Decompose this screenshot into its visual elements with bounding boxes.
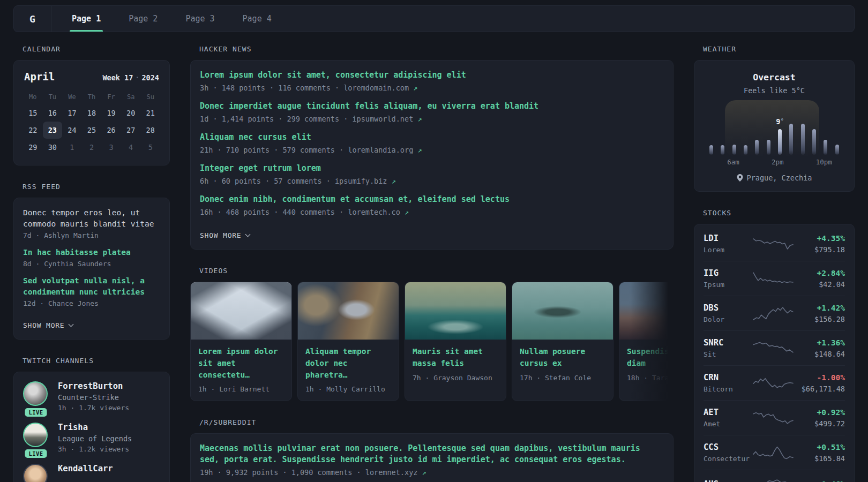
calendar-week-year: Week 17·2024 [102,73,159,82]
calendar-day: 24 [62,122,82,139]
calendar-day-next-month: 4 [121,139,141,156]
external-link-icon[interactable]: ↗ [417,115,422,123]
external-link-icon[interactable]: ↗ [392,177,396,185]
stock-sparkline [753,305,794,321]
stock-values: +0.46% [794,480,845,482]
calendar-week: Week 17 [102,73,133,82]
video-card-body: Aliquam tempor dolor nec pharetra… 1h · … [298,340,399,401]
stock-row[interactable]: CCS Consectetur +0.51% $165.84 [704,435,845,470]
stock-row[interactable]: CRN Bitcorn -1.00% $66,171.48 [704,365,845,400]
video-card[interactable]: Suspendisse justo diam 18h · Tara [619,282,674,401]
rss-item-meta: 12d · Chance Jones [23,299,160,307]
video-card[interactable]: Aliquam tempor dolor nec pharetra… 1h · … [297,282,399,401]
hn-show-more-button[interactable]: SHOW MORE [200,231,250,239]
video-title-link[interactable]: Aliquam tempor dolor nec pharetra… [305,346,391,381]
tab-page-4[interactable]: Page 4 [229,6,286,32]
external-link-icon[interactable]: ↗ [413,84,417,92]
video-card[interactable]: Lorem ipsum dolor sit amet consectetu… 1… [190,282,292,401]
weather-bar-column [832,103,843,155]
hn-item-link[interactable]: Donec enim nibh, condimentum et accumsan… [200,194,664,205]
video-thumbnail [405,282,506,340]
twitch-channel-info: Trisha League of Legends 3h · 1.2k viewe… [58,423,132,453]
stock-id: IIG Ipsum [704,268,753,289]
hn-item-link[interactable]: Integer eget rutrum lorem [200,163,664,174]
weather-card: Overcast Feels like 5°C 9° 6am2pm10pm Pr… [694,60,855,192]
twitch-channel-row[interactable]: LIVE ForrestBurton Counter-Strike 1h · 1… [23,381,160,412]
weather-bar-column [820,103,831,155]
stock-symbol: CCS [704,442,753,452]
weather-tick [716,158,727,167]
external-link-icon[interactable]: ↗ [417,146,422,154]
weather-bar-column [797,103,809,155]
weekday-label: We [62,90,82,104]
video-meta: 18h · Tara [627,374,674,382]
stock-values: +4.35% $795.18 [794,234,845,254]
weather-bar [767,140,770,155]
hn-item-link[interactable]: Lorem ipsum dolor sit amet, consectetur … [200,70,664,81]
stocks-section-title: STOCKS [703,209,855,217]
video-title-link[interactable]: Mauris sit amet massa felis [413,346,498,370]
stock-id: DBS Dolor [704,303,753,323]
page-tabs: Page 1 Page 2 Page 3 Page 4 [51,6,286,32]
separator-dot: · [133,73,141,82]
stock-name: Sit [704,350,753,358]
tab-page-2[interactable]: Page 2 [115,6,171,32]
weather-tick [706,158,716,167]
twitch-channel-info: KendallCarr [58,464,113,482]
calendar-day: 16 [43,104,63,122]
right-column: WEATHER Overcast Feels like 5°C 9° 6am2p… [694,45,855,482]
twitch-channel-row[interactable]: LIVE Trisha League of Legends 3h · 1.2k … [23,423,160,453]
calendar-header: April Week 17·2024 [23,70,160,82]
video-title-link[interactable]: Suspendisse justo diam [627,346,674,370]
rss-item-link[interactable]: Donec tempor eros leo, ut commodo mauris… [23,207,160,230]
stock-row[interactable]: IIG Ipsum +2.84% $42.04 [704,261,845,296]
video-card[interactable]: Mauris sit amet massa felis 7h · Grayson… [405,282,506,401]
video-thumbnail [191,282,291,340]
video-title-link[interactable]: Lorem ipsum dolor sit amet consectetu… [198,346,284,381]
weekday-label: Su [140,90,160,104]
videos-row: Lorem ipsum dolor sit amet consectetu… 1… [190,282,674,401]
weather-section: WEATHER Overcast Feels like 5°C 9° 6am2p… [694,45,855,192]
hn-item-meta-text: 21h · 710 points · 579 comments · loreml… [200,146,413,154]
external-link-icon[interactable]: ↗ [405,208,409,216]
weather-tick [750,158,761,167]
live-badge: LIVE [25,408,47,417]
stock-row[interactable]: LDI Lorem +4.35% $795.18 [704,227,845,261]
avatar [23,464,48,482]
stock-row[interactable]: DBS Dolor +1.42% $156.28 [704,296,845,330]
stock-name: Ipsum [704,281,753,289]
rss-item-link[interactable]: Sed volutpat nulla nisl, a condimentum n… [23,275,160,298]
stock-row[interactable]: SNRC Sit +1.36% $148.64 [704,330,845,365]
rss-item-link[interactable]: In hac habitasse platea [23,247,160,258]
video-title-link[interactable]: Nullam posuere cursus ex [520,346,605,370]
calendar-day-next-month: 3 [101,139,121,156]
twitch-channel-name: KendallCarr [58,464,113,473]
twitch-avatar-wrap: LIVE [23,423,49,453]
hn-item-link[interactable]: Aliquam nec cursus elit [200,132,664,143]
stock-row[interactable]: AET Amet +0.92% $499.72 [704,400,845,435]
video-card[interactable]: Nullam posuere cursus ex 17h · Stefan Co… [512,282,613,401]
stocks-section: STOCKS LDI Lorem +4.35% $795.18 IIG [694,209,855,482]
tab-page-1[interactable]: Page 1 [58,6,115,32]
calendar-grid: Mo Tu We Th Fr Sa Su 15 16 17 18 19 20 2… [23,90,160,156]
hn-item-meta: 21h · 710 points · 579 comments · loreml… [200,146,664,154]
rss-show-more-button[interactable]: SHOW MORE [23,321,73,329]
calendar-section-title: CALENDAR [23,45,170,53]
subreddit-section: /R/SUBREDDIT Maecenas mollis pulvinar er… [190,418,674,482]
weather-bars: 9° [706,103,843,155]
weather-bar [824,140,827,155]
video-card-body: Suspendisse justo diam 18h · Tara [619,340,674,389]
hn-item-link[interactable]: Donec imperdiet augue tincidunt felis al… [200,101,664,112]
subreddit-card: Maecenas mollis pulvinar erat non posuer… [190,433,674,482]
weather-bar [812,129,816,155]
stock-row[interactable]: AHS +0.46% [704,470,845,482]
page-layout: CALENDAR April Week 17·2024 Mo Tu We Th … [0,32,868,482]
reddit-post-link[interactable]: Maecenas mollis pulvinar erat non posuer… [200,443,664,465]
calendar-day: 15 [23,104,43,122]
hn-item: Lorem ipsum dolor sit amet, consectetur … [200,70,664,92]
weather-bar [732,145,736,155]
twitch-channel-row[interactable]: KendallCarr [23,464,160,482]
tab-page-3[interactable]: Page 3 [171,6,228,32]
weather-tick [832,158,843,167]
external-link-icon[interactable]: ↗ [422,468,426,477]
